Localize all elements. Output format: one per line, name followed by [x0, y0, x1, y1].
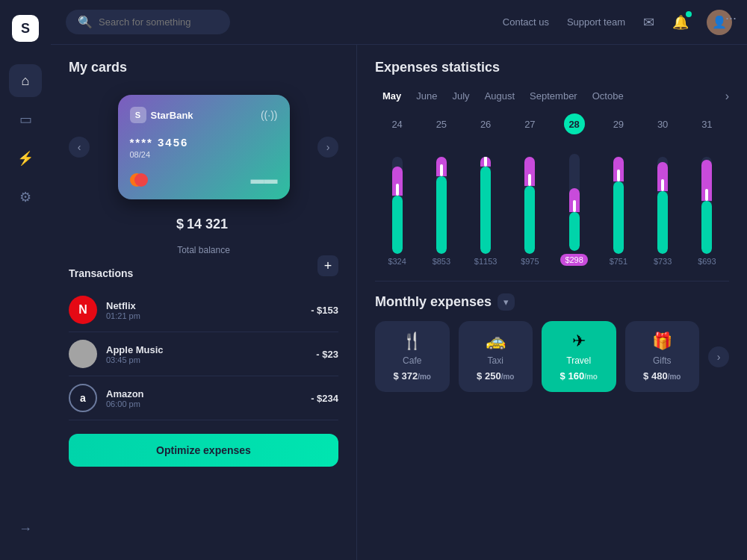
sidebar-item-lightning[interactable]: ⚡ — [9, 142, 42, 175]
chart-col-2[interactable]: $1153 — [464, 157, 508, 266]
expense-name-0: Cafe — [403, 355, 421, 366]
my-cards-title: My cards — [69, 60, 127, 75]
add-balance-button[interactable]: + — [317, 255, 338, 276]
month-may[interactable]: May — [375, 87, 409, 105]
chart-bars: $324$853$1153$975$298$751$733$693 — [375, 146, 729, 266]
expense-amount-3: $ 480/mo — [643, 370, 681, 382]
sidebar-item-cards[interactable]: ▭ — [9, 103, 42, 136]
expense-card-gifts[interactable]: 🎁Gifts$ 480/mo — [625, 321, 700, 392]
netflix-icon: N — [69, 296, 97, 324]
monthly-header: Monthly expenses ▾ — [375, 293, 729, 311]
transaction-amazon: a Amazon 06:00 pm - $234 — [69, 376, 338, 420]
expense-per-1: /mo — [501, 373, 515, 381]
chart-col-5[interactable]: $751 — [596, 157, 640, 266]
chart-col-6[interactable]: $733 — [641, 157, 685, 266]
sidebar-item-home[interactable]: ⌂ — [9, 64, 42, 97]
amazon-icon: a — [69, 384, 97, 412]
date-26[interactable]: 26 — [464, 119, 508, 130]
bank-card: S StarBank ((·)) **** 3456 08/24 — [118, 95, 290, 199]
notification-badge — [686, 11, 692, 17]
expense-per-3: /mo — [668, 373, 681, 381]
date-29[interactable]: 29 — [596, 119, 640, 130]
optimize-expenses-button[interactable]: Optimize expenses — [69, 434, 338, 467]
date-27[interactable]: 27 — [508, 119, 552, 130]
chart-amount-5: $751 — [610, 257, 627, 266]
chart-amount-6: $733 — [654, 257, 672, 266]
transaction-netflix-info: Netflix 01:21 pm — [106, 300, 302, 320]
chart-col-4[interactable]: $298 — [552, 154, 596, 266]
chart-col-7[interactable]: $693 — [685, 157, 729, 266]
chart-amount-0: $324 — [388, 257, 406, 266]
left-panel: My cards ··· ‹ S StarBank — [51, 45, 357, 560]
chart-amount-7: $693 — [698, 257, 716, 266]
currency-symbol: $ — [176, 217, 184, 231]
chart-amount-1: $853 — [433, 257, 450, 266]
month-july[interactable]: July — [445, 87, 477, 105]
contact-us-link[interactable]: Contact us — [503, 16, 549, 28]
search-box[interactable]: 🔍 — [66, 10, 230, 34]
expense-card-taxi[interactable]: 🚕Taxi$ 250/mo — [459, 321, 533, 392]
card-carousel: ‹ S StarBank ((·)) — [69, 95, 338, 199]
date-30[interactable]: 30 — [641, 119, 685, 130]
transactions-section: Transactions N Netflix 01:21 pm - $153 A… — [69, 267, 338, 420]
card-logo — [130, 173, 148, 187]
chart-amount-3: $975 — [521, 257, 539, 266]
expense-card-travel[interactable]: ✈Travel$ 160/mo — [542, 321, 616, 392]
sidebar-nav: ⌂ ▭ ⚡ ⚙ — [0, 64, 51, 512]
cards-header: My cards ··· — [69, 60, 338, 87]
bell-icon[interactable]: 🔔 — [672, 14, 689, 31]
transaction-amazon-info: Amazon 06:00 pm — [106, 388, 302, 408]
logo: S — [12, 15, 39, 42]
month-august[interactable]: August — [477, 87, 522, 105]
search-input[interactable] — [99, 16, 218, 28]
transactions-title: Transactions — [69, 267, 338, 279]
expense-card-cafe[interactable]: 🍴Cafe$ 372/mo — [375, 321, 450, 392]
taxi-icon: 🚕 — [486, 332, 506, 351]
expense-amount-0: $ 372/mo — [394, 370, 431, 382]
monthly-dropdown[interactable]: ▾ — [498, 293, 515, 311]
amazon-amount: - $234 — [311, 393, 338, 404]
carousel-next[interactable]: › — [317, 137, 338, 158]
sidebar-item-logout[interactable]: → — [9, 512, 42, 545]
topnav-right: Contact us Support team ✉ 🔔 👤 — [503, 10, 732, 35]
expense-name-3: Gifts — [653, 355, 672, 366]
expense-amount-1: $ 250/mo — [477, 370, 514, 382]
expense-cards: 🍴Cafe$ 372/mo🚕Taxi$ 250/mo✈Travel$ 160/m… — [375, 321, 729, 392]
carousel-prev[interactable]: ‹ — [69, 137, 90, 158]
month-next-arrow[interactable]: › — [725, 90, 729, 103]
expense-name-2: Travel — [566, 355, 591, 366]
chart-col-3[interactable]: $975 — [508, 157, 552, 266]
date-28[interactable]: 28 — [552, 113, 596, 134]
mail-icon[interactable]: ✉ — [643, 14, 654, 31]
chart-amount-2: $1153 — [474, 257, 498, 266]
main-area: 🔍 Contact us Support team ✉ 🔔 👤 My cards… — [51, 0, 747, 560]
month-june[interactable]: June — [409, 87, 444, 105]
chart-col-1[interactable]: $853 — [419, 157, 463, 266]
date-31[interactable]: 31 — [685, 119, 729, 130]
expense-per-2: /mo — [584, 373, 598, 381]
date-nav: 24 25 26 27 28 29 30 31 — [375, 113, 729, 134]
right-panel: Expenses statistics May June July August… — [357, 45, 747, 560]
card-bank-name: S StarBank — [130, 107, 193, 123]
transaction-apple-music-info: Apple Music 03:45 pm — [106, 344, 307, 364]
content-area: My cards ··· ‹ S StarBank — [51, 45, 747, 560]
support-team-link[interactable]: Support team — [567, 16, 625, 28]
monthly-section: Monthly expenses ▾ 🍴Cafe$ 372/mo🚕Taxi$ 2… — [375, 281, 729, 545]
expenses-more-arrow[interactable]: › — [708, 346, 729, 367]
apple-music-icon — [69, 340, 97, 368]
expense-name-1: Taxi — [488, 355, 503, 366]
date-24[interactable]: 24 — [375, 119, 419, 130]
transaction-apple-music: Apple Music 03:45 pm - $23 — [69, 332, 338, 376]
sidebar-item-settings[interactable]: ⚙ — [9, 181, 42, 214]
apple-music-amount: - $23 — [316, 349, 338, 360]
topnav: 🔍 Contact us Support team ✉ 🔔 👤 — [51, 0, 747, 45]
month-october[interactable]: Octobe — [585, 87, 631, 105]
date-25[interactable]: 25 — [419, 119, 463, 130]
month-september[interactable]: September — [522, 87, 585, 105]
card-bottom: ▬▬ — [130, 172, 278, 187]
monthly-title: Monthly expenses — [375, 294, 492, 310]
chart-section: Expenses statistics May June July August… — [375, 60, 729, 281]
chart-col-0[interactable]: $324 — [375, 157, 419, 266]
card-number: **** 3456 08/24 — [130, 136, 278, 159]
balance-amount: $14 321 — [69, 216, 338, 243]
